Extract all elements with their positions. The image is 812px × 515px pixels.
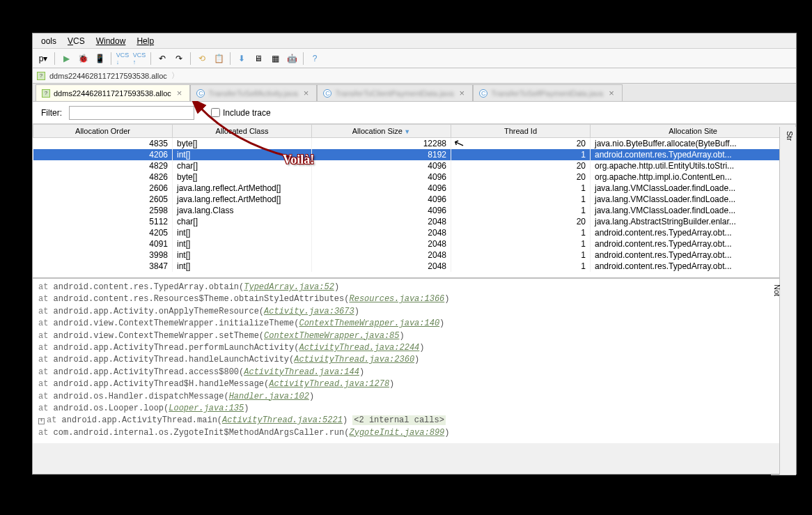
menu-window[interactable]: Window: [91, 35, 132, 47]
sync-icon[interactable]: ⟲: [194, 51, 210, 66]
vcs-update-icon[interactable]: VCS↓: [115, 51, 130, 66]
tab-3[interactable]: CTransferToSelfPaymentData.java×: [473, 84, 623, 101]
filter-input[interactable]: [69, 106, 194, 120]
cell-site: org.apache.http.util.EntityUtils.toStri.…: [591, 160, 796, 171]
source-link[interactable]: ActivityThread.java:5221: [222, 415, 343, 425]
undo-icon[interactable]: ↶: [155, 51, 170, 66]
run-icon[interactable]: ▶: [58, 51, 74, 66]
dropdown-p[interactable]: p ▾: [36, 51, 51, 66]
cell-class: int[]: [173, 249, 312, 261]
cell-thread: 20: [451, 160, 591, 171]
close-icon[interactable]: ×: [458, 88, 467, 98]
cell-site: android.content.res.TypedArray.obt...: [591, 149, 796, 160]
allocation-table-container[interactable]: Allocation Order Allocated Class Allocat…: [33, 124, 796, 279]
editor-tabs: ?ddms2244628117217593538.alloc×CTransfer…: [33, 84, 796, 102]
table-row[interactable]: 2598java.lang.Class40961java.lang.VMClas…: [33, 205, 796, 216]
breadcrumb-file[interactable]: ddms2244628117217593538.alloc: [45, 70, 171, 82]
table-row[interactable]: 2605java.lang.reflect.ArtMethod[]40961ja…: [33, 194, 796, 205]
col-allocation-size[interactable]: Allocation Size: [312, 125, 451, 138]
menu-help[interactable]: Help: [131, 35, 159, 47]
attach-icon[interactable]: 📱: [92, 51, 107, 66]
stack-line: at android.app.ActivityThread.handleLaun…: [38, 354, 790, 366]
cell-order: 2606: [33, 183, 173, 194]
source-link[interactable]: TypedArray.java:52: [244, 282, 334, 292]
tab-1[interactable]: CTransferToSelfActivity.java×: [190, 84, 317, 101]
android-icon[interactable]: 🤖: [284, 51, 299, 66]
stack-line: at android.content.res.Resources$Theme.o…: [38, 293, 790, 305]
source-link[interactable]: ActivityThread.java:1278: [269, 379, 389, 389]
col-allocation-order[interactable]: Allocation Order: [33, 125, 173, 138]
close-icon[interactable]: ×: [175, 88, 185, 98]
table-row[interactable]: 3847int[]20481android.content.res.TypedA…: [33, 261, 796, 272]
cell-order: 4835: [33, 138, 173, 150]
menubar: ools VCS Window Help: [33, 33, 796, 49]
table-row[interactable]: 4826byte[]409620org.apache.http.impl.io.…: [33, 171, 796, 183]
stack-line: at android.os.Looper.loop(Looper.java:13…: [38, 403, 790, 415]
col-allocation-site[interactable]: Allocation Site: [591, 125, 796, 138]
table-body: 4835byte[]1228820java.nio.ByteBuffer.all…: [33, 138, 796, 272]
side-not[interactable]: Not: [771, 280, 783, 475]
cell-site: org.apache.http.impl.io.ContentLen...: [591, 171, 796, 183]
table-row[interactable]: 5112char[]204820java.lang.AbstractString…: [33, 216, 796, 227]
menu-vcs[interactable]: VCS: [62, 35, 91, 47]
stack-line: at android.view.ContextThemeWrapper.setT…: [38, 330, 790, 342]
tab-label: TransferToClientPaymentData.java: [335, 89, 453, 98]
vcs-commit-icon[interactable]: VCS↑: [132, 51, 147, 66]
source-link[interactable]: Activity.java:3673: [264, 307, 354, 316]
stack-trace[interactable]: at android.content.res.TypedArray.obtain…: [33, 279, 796, 443]
source-link[interactable]: ActivityThread.java:144: [244, 367, 359, 377]
cell-site: java.lang.VMClassLoader.findLoade...: [591, 183, 796, 194]
tab-label: TransferToSelfActivity.java: [208, 89, 297, 98]
close-icon[interactable]: ×: [607, 88, 616, 98]
table-row[interactable]: 4835byte[]1228820java.nio.ByteBuffer.all…: [33, 138, 796, 150]
include-trace-checkbox[interactable]: [211, 108, 220, 117]
cell-order: 4205: [33, 227, 173, 238]
tab-2[interactable]: CTransferToClientPaymentData.java×: [317, 84, 473, 101]
source-link[interactable]: ContextThemeWrapper.java:140: [299, 318, 439, 328]
table-row[interactable]: 4091int[]20481android.content.res.TypedA…: [33, 238, 796, 249]
table-header: Allocation Order Allocated Class Allocat…: [33, 125, 796, 138]
cell-order: 5112: [33, 216, 173, 227]
cell-size: 2048: [312, 238, 451, 249]
cell-thread: 20: [451, 138, 591, 150]
cell-site: java.lang.VMClassLoader.findLoade...: [591, 194, 796, 205]
source-link[interactable]: Resources.java:1366: [349, 294, 444, 304]
source-link[interactable]: ZygoteInit.java:899: [349, 428, 444, 438]
table-row[interactable]: 2606java.lang.reflect.ArtMethod[]40961ja…: [33, 183, 796, 194]
expand-icon[interactable]: +: [38, 418, 45, 424]
cell-class: int[]: [173, 227, 312, 238]
cell-size: 8192: [312, 149, 451, 160]
grid-icon[interactable]: ▦: [267, 51, 283, 66]
table-row[interactable]: 4205int[]20481android.content.res.TypedA…: [33, 227, 796, 238]
source-link[interactable]: ContextThemeWrapper.java:85: [264, 331, 399, 341]
source-link[interactable]: Looper.java:135: [169, 403, 244, 413]
cell-site: java.lang.VMClassLoader.findLoade...: [591, 205, 796, 216]
help-icon[interactable]: ?: [307, 51, 322, 66]
monitor-icon[interactable]: 🖥: [251, 51, 266, 66]
source-link[interactable]: Handler.java:102: [229, 392, 309, 401]
cell-size: 4096: [312, 171, 451, 183]
stack-line: at android.view.ContextThemeWrapper.init…: [38, 318, 790, 330]
cell-site: java.nio.ByteBuffer.allocate(ByteBuff...: [591, 138, 796, 150]
app-window: ools VCS Window Help p ▾ ▶ 🐞 📱 VCS↓ VCS↑…: [32, 33, 797, 475]
close-icon[interactable]: ×: [302, 88, 311, 98]
col-thread-id[interactable]: Thread Id: [451, 125, 591, 138]
table-row[interactable]: 3998int[]20481android.content.res.TypedA…: [33, 249, 796, 261]
debug-icon[interactable]: 🐞: [75, 51, 91, 66]
col-allocated-class[interactable]: Allocated Class: [173, 125, 312, 138]
table-row[interactable]: 4206int[]81921android.content.res.TypedA…: [33, 149, 796, 160]
redo-icon[interactable]: ↷: [171, 51, 187, 66]
cell-order: 4826: [33, 171, 173, 183]
cell-class: int[]: [173, 149, 312, 160]
table-row[interactable]: 4829char[]409620org.apache.http.util.Ent…: [33, 160, 796, 171]
sdk-icon[interactable]: ⬇: [234, 51, 249, 66]
source-link[interactable]: ActivityThread.java:2244: [299, 343, 419, 353]
breadcrumb: ? ddms2244628117217593538.alloc 〉: [33, 68, 796, 84]
cell-size: 4096: [312, 183, 451, 194]
source-link[interactable]: ActivityThread.java:2360: [294, 355, 414, 364]
cell-order: 3847: [33, 261, 173, 272]
menu-tools[interactable]: ools: [36, 35, 62, 47]
avd-icon[interactable]: 📋: [211, 51, 226, 66]
side-str[interactable]: Str: [783, 127, 796, 475]
tab-0[interactable]: ?ddms2244628117217593538.alloc×: [36, 84, 190, 101]
